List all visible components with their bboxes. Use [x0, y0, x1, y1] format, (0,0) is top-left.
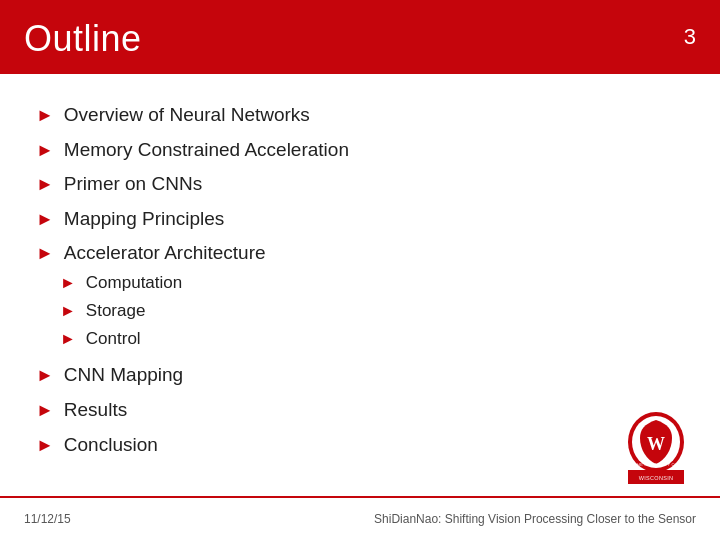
list-item: ► Storage [60, 299, 266, 323]
svg-text:W: W [647, 434, 665, 454]
bullet-text: Memory Constrained Acceleration [64, 137, 349, 164]
bullet-arrow-icon: ► [36, 363, 54, 388]
svg-text:WISCONSIN: WISCONSIN [639, 475, 673, 481]
list-item: ► CNN Mapping [36, 362, 684, 389]
bullet-arrow-icon: ► [36, 103, 54, 128]
bullet-text: Results [64, 397, 127, 424]
svg-text:MADISON: MADISON [646, 484, 666, 488]
list-item-accelerator: ► Accelerator Architecture ► Computation… [36, 240, 684, 354]
bullet-text: Mapping Principles [64, 206, 225, 233]
sub-bullet-text: Storage [86, 299, 146, 323]
main-bullet-list: ► Overview of Neural Networks ► Memory C… [36, 102, 684, 458]
sub-arrow-icon: ► [60, 328, 76, 350]
bullet-text: Conclusion [64, 432, 158, 459]
slide-number: 3 [684, 24, 696, 50]
footer-subtitle: ShiDianNao: Shifting Vision Processing C… [374, 512, 696, 526]
svg-text:THE UNIVERSITY OF: THE UNIVERSITY OF [634, 462, 677, 467]
bullet-text: Primer on CNNs [64, 171, 202, 198]
slide-title: Outline [24, 18, 142, 60]
bullet-text: CNN Mapping [64, 362, 183, 389]
uw-logo: W WISCONSIN THE UNIVERSITY OF MADISON [616, 408, 696, 488]
sub-arrow-icon: ► [60, 272, 76, 294]
bullet-arrow-icon: ► [36, 433, 54, 458]
slide-header: Outline 3 [0, 0, 720, 74]
bullet-arrow-icon: ► [36, 241, 54, 266]
slide-content: ► Overview of Neural Networks ► Memory C… [0, 74, 720, 486]
bullet-arrow-icon: ► [36, 398, 54, 423]
sub-bullet-list: ► Computation ► Storage ► Control [60, 271, 266, 350]
bullet-arrow-icon: ► [36, 207, 54, 232]
bullet-arrow-icon: ► [36, 172, 54, 197]
list-item: ► Conclusion [36, 432, 684, 459]
bullet-text: Overview of Neural Networks [64, 102, 310, 129]
list-item: ► Results [36, 397, 684, 424]
sub-bullet-text: Control [86, 327, 141, 351]
list-item: ► Mapping Principles [36, 206, 684, 233]
bullet-arrow-icon: ► [36, 138, 54, 163]
sub-bullet-text: Computation [86, 271, 182, 295]
list-item: ► Memory Constrained Acceleration [36, 137, 684, 164]
list-item: ► Overview of Neural Networks [36, 102, 684, 129]
footer-date: 11/12/15 [24, 512, 71, 526]
bullet-text: Accelerator Architecture [64, 240, 266, 267]
list-item: ► Computation [60, 271, 266, 295]
list-item: ► Primer on CNNs [36, 171, 684, 198]
list-item: ► Control [60, 327, 266, 351]
slide-footer: 11/12/15 ShiDianNao: Shifting Vision Pro… [0, 496, 720, 540]
sub-arrow-icon: ► [60, 300, 76, 322]
